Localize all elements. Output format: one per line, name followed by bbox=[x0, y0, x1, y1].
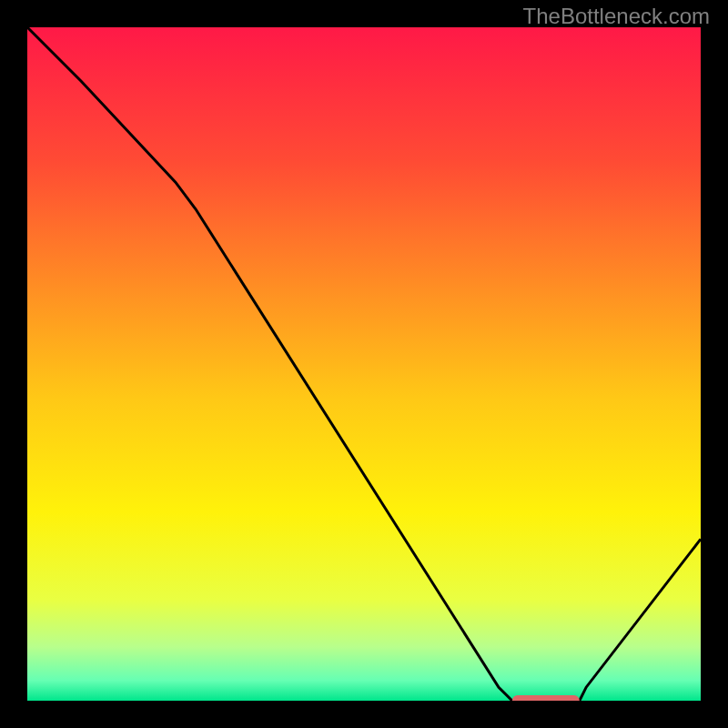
chart-svg bbox=[27, 27, 701, 701]
chart-container: TheBottleneck.com bbox=[0, 0, 728, 728]
gradient-background bbox=[27, 27, 701, 701]
optimal-marker bbox=[512, 695, 580, 701]
plot-area bbox=[27, 27, 701, 701]
watermark-text: TheBottleneck.com bbox=[523, 4, 710, 29]
